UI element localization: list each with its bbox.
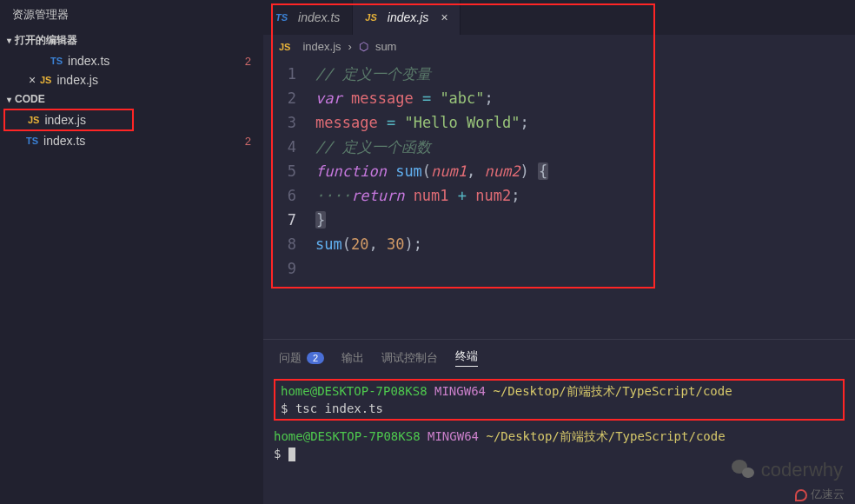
ts-icon: TS (26, 136, 38, 146)
file-name: index.ts (43, 134, 85, 148)
file-name: index.js (44, 113, 85, 127)
chevron-down-icon: ▾ (7, 36, 11, 45)
terminal-path: ~/Desktop/前端技术/TypeScript/code (493, 384, 732, 398)
terminal-user: home@DESKTOP-7P08KS8 (281, 384, 428, 398)
terminal-path: ~/Desktop/前端技术/TypeScript/code (486, 429, 725, 443)
footer-brand: 亿速云 (795, 487, 845, 502)
file-name: index.js (56, 73, 97, 87)
highlight-box-terminal: home@DESKTOP-7P08KS8 MINGW64 ~/Desktop/前… (274, 379, 845, 421)
terminal-shell: MINGW64 (428, 429, 479, 443)
open-editor-item[interactable]: TS index.ts 2 (0, 51, 263, 70)
editor-area: TS index.ts JS index.js × JS index.js › … (263, 0, 855, 504)
wechat-icon (732, 460, 756, 481)
explorer-title: 资源管理器 (0, 0, 263, 30)
js-icon: JS (365, 12, 376, 23)
brand-logo-icon (795, 489, 807, 501)
open-editor-item[interactable]: × JS index.js (0, 70, 263, 90)
terminal[interactable]: home@DESKTOP-7P08KS8 MINGW64 ~/Desktop/前… (263, 375, 855, 504)
watermark-text: coderwhy (761, 459, 843, 481)
code-editor[interactable]: 123456789 // 定义一个变量var message = "abc";m… (263, 58, 855, 339)
panel-tab-problems[interactable]: 问题 2 (279, 350, 324, 366)
open-editors-header[interactable]: ▾ 打开的编辑器 (0, 30, 263, 51)
tab-label: index.js (388, 10, 428, 24)
problem-badge: 2 (245, 55, 251, 68)
tab-label: index.ts (298, 10, 340, 24)
problem-badge: 2 (245, 135, 251, 148)
open-editors-label: 打开的编辑器 (15, 33, 77, 48)
panel-tab-debug[interactable]: 调试控制台 (381, 350, 438, 366)
terminal-command: tsc index.ts (295, 401, 383, 415)
file-name: index.ts (68, 54, 109, 68)
ts-icon: TS (50, 56, 63, 66)
workspace-header[interactable]: ▾ CODE (0, 90, 263, 109)
breadcrumb-symbol: sum (375, 40, 397, 53)
close-icon[interactable]: × (24, 73, 40, 87)
ts-icon: TS (275, 12, 288, 23)
breadcrumb-file: index.js (302, 40, 341, 53)
js-icon: JS (279, 42, 290, 52)
code-content[interactable]: // 定义一个变量var message = "abc";message = "… (315, 62, 855, 339)
sidebar: 资源管理器 ▾ 打开的编辑器 TS index.ts 2 × JS index.… (0, 0, 263, 504)
terminal-shell: MINGW64 (434, 384, 486, 398)
chevron-down-icon: ▾ (7, 95, 11, 104)
terminal-user: home@DESKTOP-7P08KS8 (274, 429, 421, 443)
workspace-label: CODE (15, 93, 45, 105)
terminal-prompt: $ (281, 401, 288, 415)
breadcrumb[interactable]: JS index.js › ⬡ sum (263, 35, 855, 58)
workspace-file-item[interactable]: TS index.ts 2 (0, 131, 263, 150)
line-gutter: 123456789 (263, 62, 315, 339)
cursor (288, 448, 295, 461)
panel-tab-output[interactable]: 输出 (341, 350, 364, 366)
terminal-prompt: $ (274, 447, 281, 461)
problems-count: 2 (307, 352, 324, 364)
chevron-right-icon: › (348, 40, 352, 53)
workspace-file-item[interactable]: JS index.js (5, 110, 132, 129)
panel-tab-terminal[interactable]: 终端 (455, 348, 478, 367)
tab-index-ts[interactable]: TS index.ts (263, 0, 353, 35)
close-icon[interactable]: × (441, 10, 447, 24)
js-icon: JS (28, 115, 39, 125)
panel-tabs: 问题 2 输出 调试控制台 终端 (263, 340, 855, 375)
tab-bar: TS index.ts JS index.js × (263, 0, 855, 35)
symbol-icon: ⬡ (359, 40, 368, 53)
watermark: coderwhy (732, 459, 843, 481)
tab-index-js[interactable]: JS index.js × (353, 0, 461, 35)
js-icon: JS (40, 75, 51, 85)
